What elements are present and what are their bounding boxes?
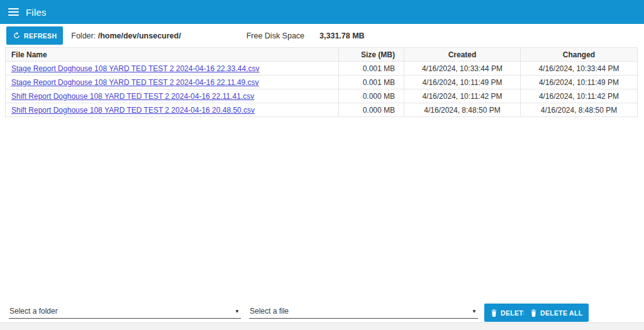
- menu-icon[interactable]: [8, 8, 19, 16]
- folder-select-placeholder: Select a folder: [9, 307, 58, 316]
- table-row: Stage Report Doghouse 108 YARD TED TEST …: [6, 76, 638, 89]
- refresh-button[interactable]: REFRESH: [6, 26, 63, 45]
- file-created: 4/16/2024, 10:33:44 PM: [404, 62, 521, 76]
- column-header-size: Size (MB): [339, 48, 404, 62]
- table-row: Shift Report Doghouse 108 YARD TED TEST …: [6, 103, 638, 117]
- table-header-row: File Name Size (MB) Created Changed: [6, 48, 638, 62]
- free-disk-space-value: 3,331.78 MB: [319, 31, 365, 40]
- file-link[interactable]: Shift Report Doghouse 108 YARD TED TEST …: [11, 106, 255, 115]
- file-size: 0.000 MB: [339, 103, 404, 117]
- file-created: 4/16/2024, 10:11:49 PM: [404, 76, 521, 89]
- file-changed: 4/16/2024, 10:33:44 PM: [521, 62, 638, 76]
- folder-select[interactable]: Select a folder ▼: [9, 305, 241, 319]
- folder-path-value: /home/dev/unsecured/: [98, 31, 181, 40]
- page-title: Files: [26, 7, 47, 18]
- file-created: 4/16/2024, 8:48:50 PM: [404, 103, 521, 117]
- file-created: 4/16/2024, 10:11:42 PM: [404, 89, 521, 103]
- trash-icon: [530, 309, 537, 317]
- free-disk-space-label: Free Disk Space: [247, 31, 304, 40]
- chevron-down-icon: ▼: [235, 309, 240, 314]
- column-header-file-name: File Name: [6, 48, 339, 62]
- file-link[interactable]: Shift Report Doghouse 108 YARD TED TEST …: [11, 92, 254, 101]
- file-size: 0.000 MB: [339, 89, 404, 103]
- column-header-changed: Changed: [521, 48, 638, 62]
- folder-label: Folder:: [71, 31, 96, 40]
- refresh-button-label: REFRESH: [24, 32, 57, 40]
- file-select[interactable]: Select a file ▼: [249, 305, 478, 319]
- app-bar: Files: [0, 0, 644, 24]
- file-size: 0.001 MB: [339, 62, 404, 76]
- chevron-down-icon: ▼: [472, 309, 477, 314]
- file-size: 0.001 MB: [339, 76, 404, 89]
- file-select-placeholder: Select a file: [250, 307, 289, 316]
- file-changed: 4/16/2024, 10:11:49 PM: [521, 76, 638, 89]
- file-changed: 4/16/2024, 8:48:50 PM: [521, 103, 638, 117]
- folder-path-line: Folder: /home/dev/unsecured/: [71, 31, 180, 40]
- files-table: File Name Size (MB) Created Changed Stag…: [5, 47, 638, 117]
- trash-icon: [491, 309, 497, 317]
- file-changed: 4/16/2024, 10:11:42 PM: [521, 89, 638, 103]
- table-row: Shift Report Doghouse 108 YARD TED TEST …: [6, 89, 638, 103]
- table-row: Stage Report Doghouse 108 YARD TED TEST …: [6, 62, 638, 76]
- delete-all-button[interactable]: DELETE ALL: [524, 304, 589, 322]
- toolbar: REFRESH Folder: /home/dev/unsecured/ Fre…: [0, 24, 644, 47]
- column-header-created: Created: [404, 48, 521, 62]
- file-link[interactable]: Stage Report Doghouse 108 YARD TED TEST …: [11, 78, 259, 87]
- page: Files REFRESH Folder: /home/dev/unsecure…: [0, 0, 644, 330]
- file-link[interactable]: Stage Report Doghouse 108 YARD TED TEST …: [11, 64, 259, 73]
- delete-all-button-label: DELETE ALL: [540, 309, 582, 317]
- refresh-icon: [13, 31, 21, 40]
